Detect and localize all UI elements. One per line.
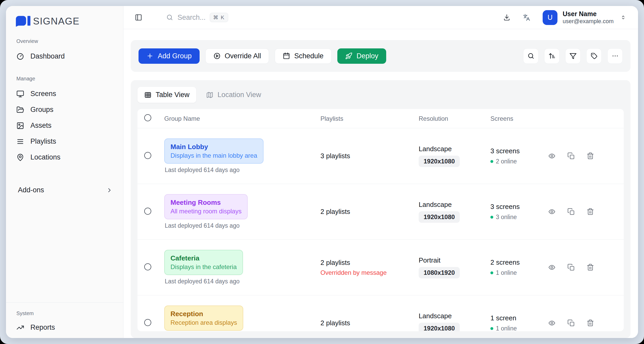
sidebar: SIGNAGE OverviewDashboardManageScreensGr… (6, 6, 123, 338)
brand-name: SIGNAGE (33, 16, 80, 27)
ellipsis-icon (612, 52, 619, 60)
group-chip[interactable]: Cafeteria Displays in the cafeteria (164, 250, 243, 275)
search-placeholder: Search... (178, 14, 206, 22)
sidebar-item-add-ons[interactable]: Add-ons (6, 182, 123, 198)
last-deployed-text: Last deployed 614 days ago (165, 278, 240, 285)
sidebar-bottom-section: System Reports (6, 302, 123, 338)
sidebar-toggle-button[interactable] (135, 14, 142, 21)
translate-icon (523, 14, 530, 21)
sidebar-item-groups[interactable]: Groups (6, 102, 123, 118)
delete-icon[interactable] (587, 264, 594, 271)
schedule-button[interactable]: Schedule (275, 48, 332, 64)
search-shortcut-badge: ⌘ K (210, 13, 228, 22)
row-checkbox[interactable] (144, 152, 151, 159)
deploy-button[interactable]: Deploy (337, 48, 386, 64)
add-group-button[interactable]: Add Group (139, 48, 200, 64)
group-description: Displays in the main lobby area (170, 151, 257, 160)
search-table-button[interactable] (523, 48, 538, 64)
sidebar-item-reports[interactable]: Reports (6, 320, 123, 335)
sidebar-item-label: Reports (30, 323, 55, 332)
app-logo[interactable]: SIGNAGE (6, 14, 123, 27)
filter-button[interactable] (565, 48, 581, 64)
plus-icon (146, 52, 154, 60)
group-name: Main Lobby (170, 142, 257, 151)
screen: SIGNAGE OverviewDashboardManageScreensGr… (0, 0, 644, 344)
section-label: Overview (6, 38, 123, 44)
group-name: Reception (170, 309, 237, 318)
last-deployed-text: Last deployed 614 days ago (165, 167, 240, 174)
sidebar-item-label: Assets (30, 122, 51, 130)
sidebar-section: OverviewDashboard (6, 38, 123, 64)
groups-table: Group Name Playlists Resolution Screens … (137, 109, 624, 331)
playlists-count: 2 playlists (320, 259, 419, 267)
delete-icon[interactable] (587, 152, 594, 160)
tab-location-view[interactable]: Location View (206, 91, 261, 99)
avatar: U (543, 10, 557, 25)
orientation-label: Landscape (419, 145, 490, 153)
map-pin-icon (16, 154, 24, 161)
tags-button[interactable] (586, 48, 602, 64)
group-chip[interactable]: Meeting Rooms All meeting room displays (164, 194, 248, 219)
view-icon[interactable] (548, 319, 556, 327)
download-button[interactable] (503, 14, 510, 21)
row-checkbox[interactable] (144, 208, 151, 215)
sidebar-section: ManageScreensGroupsAssetsPlaylistsLocati… (6, 76, 123, 165)
sidebar-nav: OverviewDashboardManageScreensGroupsAsse… (6, 27, 123, 165)
section-label-system: System (6, 310, 123, 316)
group-chip[interactable]: Reception Reception area displays (164, 305, 243, 331)
sidebar-item-playlists[interactable]: Playlists (6, 133, 123, 149)
topbar: Search... ⌘ K U User Name (123, 6, 638, 29)
sidebar-bottom-items: Reports (6, 320, 123, 335)
online-count: 1 online (496, 269, 517, 276)
delete-icon[interactable] (587, 208, 594, 215)
online-count: 2 online (496, 158, 517, 165)
orientation-label: Portrait (419, 256, 490, 264)
playlists-count: 2 playlists (320, 319, 419, 327)
delete-icon[interactable] (587, 319, 594, 327)
table-row: Cafeteria Displays in the cafeteria Last… (137, 240, 624, 295)
image-icon (16, 122, 24, 130)
online-status-dot (490, 216, 493, 219)
select-all-checkbox[interactable] (144, 114, 151, 121)
view-icon[interactable] (548, 152, 556, 160)
sidebar-item-label: Playlists (30, 137, 56, 145)
sidebar-item-screens[interactable]: Screens (6, 86, 123, 102)
screens-count: 1 screen (490, 314, 548, 322)
sidebar-item-locations[interactable]: Locations (6, 149, 123, 165)
header-group-name: Group Name (157, 115, 320, 122)
monitor-icon (16, 90, 24, 98)
duplicate-icon[interactable] (567, 208, 575, 215)
play-circle-icon (213, 52, 221, 60)
sidebar-item-dashboard[interactable]: Dashboard (6, 48, 123, 64)
duplicate-icon[interactable] (567, 152, 575, 160)
resolution-badge: 1920x1080 (419, 211, 460, 223)
search-input[interactable]: Search... ⌘ K (166, 13, 228, 22)
map-icon (206, 91, 213, 99)
view-icon[interactable] (548, 264, 556, 271)
section-label: Manage (6, 76, 123, 82)
table-row: Main Lobby Displays in the main lobby ar… (137, 128, 624, 184)
tab-table-view[interactable]: Table View (137, 87, 196, 103)
language-button[interactable] (523, 14, 530, 21)
search-icon (166, 14, 173, 21)
user-menu[interactable]: U User Name user@example.com (543, 10, 626, 25)
more-options-button[interactable] (607, 48, 623, 64)
duplicate-icon[interactable] (567, 319, 575, 327)
view-icon[interactable] (548, 208, 556, 215)
sort-button[interactable] (544, 48, 560, 64)
row-checkbox[interactable] (144, 319, 151, 326)
sidebar-item-label: Locations (30, 153, 61, 161)
sidebar-item-label: Screens (30, 90, 56, 98)
sidebar-item-assets[interactable]: Assets (6, 118, 123, 133)
sidebar-item-label: Dashboard (30, 52, 65, 60)
group-chip[interactable]: Main Lobby Displays in the main lobby ar… (164, 138, 264, 164)
override-all-button[interactable]: Override All (205, 48, 269, 64)
row-checkbox[interactable] (144, 263, 151, 270)
duplicate-icon[interactable] (567, 264, 575, 271)
pi-logo-icon (15, 16, 30, 27)
groups-panel: Table View Location View Group Name (131, 80, 630, 338)
user-email: user@example.com (563, 18, 614, 25)
playlists-count: 2 playlists (320, 208, 419, 216)
topbar-right: U User Name user@example.com (503, 10, 626, 25)
sidebar-item-label: Groups (30, 106, 54, 114)
